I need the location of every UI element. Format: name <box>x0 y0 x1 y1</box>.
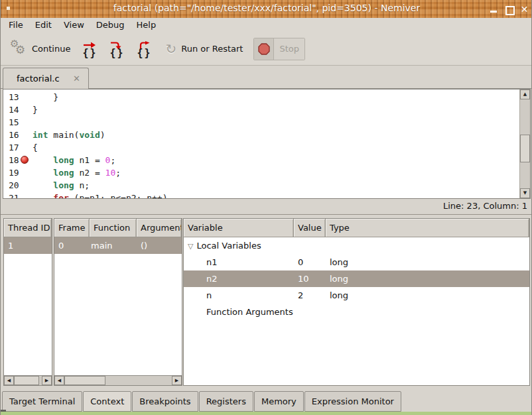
variable-row-local-variables[interactable]: ▽Local Variables <box>184 237 529 254</box>
variables-panel: Variable Value Type ▽Local Variablesn10l… <box>183 218 530 386</box>
threads-hscrollbar[interactable]: ◀ ▶ <box>4 375 52 385</box>
tab-expression-monitor[interactable]: Expression Monitor <box>304 391 401 412</box>
scroll-left-button[interactable]: ◀ <box>54 376 64 385</box>
window-title: factorial (path="/home/tester/xxx/factor… <box>1 3 532 13</box>
line-number[interactable]: 18 <box>3 154 17 166</box>
breakpoint-gutter[interactable] <box>17 154 33 166</box>
menu-bar: FileEditViewDebugHelp <box>1 18 531 32</box>
scroll-right-button[interactable]: ▶ <box>172 376 182 385</box>
tab-registers[interactable]: Registers <box>199 391 253 412</box>
variable-row-n[interactable]: n2long <box>184 287 529 304</box>
variable-row-function-arguments[interactable]: Function Arguments <box>184 304 529 320</box>
variable-header-variable[interactable]: Variable <box>184 219 294 237</box>
document-tabbar: factorial.c ✕ <box>1 66 531 89</box>
line-number[interactable]: 14 <box>3 103 17 116</box>
frame-header-arguments[interactable]: Arguments <box>137 219 182 237</box>
restart-icon: ↻ <box>165 42 176 56</box>
menu-view[interactable]: View <box>58 18 90 32</box>
menu-debug[interactable]: Debug <box>90 18 131 32</box>
hscroll-thumb[interactable] <box>64 376 105 385</box>
code-line-16: 16int main(void) <box>3 129 519 141</box>
breakpoint-gutter[interactable] <box>17 91 33 103</box>
threads-header[interactable]: Thread ID <box>4 219 52 237</box>
breakpoint-gutter[interactable] <box>17 141 33 154</box>
close-button[interactable]: ✕ <box>520 5 529 14</box>
thread-row[interactable]: 1 <box>4 237 52 254</box>
frames-panel: Frame Function Arguments 0 main () ◀ ▶ <box>54 218 182 386</box>
step-out-button[interactable]: {} <box>136 40 152 58</box>
code-editor[interactable]: 13 }14}1516int main(void)17{18 long n1 =… <box>3 89 531 199</box>
run-label: Run or Restart <box>181 44 243 54</box>
scroll-down-button[interactable]: ▼ <box>520 188 530 198</box>
code-line-14: 14} <box>3 103 519 116</box>
nemiver-window: factorial (path="/home/tester/xxx/factor… <box>0 0 532 415</box>
maximize-button[interactable] <box>505 5 513 14</box>
code-line-19: 19 long n2 = 10; <box>3 166 519 179</box>
vscroll-thumb[interactable] <box>520 135 530 162</box>
frames-hscrollbar[interactable]: ◀ ▶ <box>54 375 182 385</box>
variable-header-value[interactable]: Value <box>294 219 326 237</box>
stop-icon <box>258 43 270 55</box>
line-number[interactable]: 13 <box>3 91 17 103</box>
frame-row[interactable]: 0 main () <box>54 237 182 254</box>
code-line-15: 15 <box>3 116 519 129</box>
line-number[interactable]: 15 <box>3 116 17 129</box>
breakpoint-gutter[interactable] <box>17 179 33 192</box>
breakpoint-gutter[interactable] <box>17 166 33 179</box>
window-bottom-edge <box>1 412 532 415</box>
variable-header-type[interactable]: Type <box>326 219 529 237</box>
frames-list[interactable]: 0 main () <box>54 237 182 375</box>
tab-close-icon[interactable]: ✕ <box>73 74 80 84</box>
tab-context[interactable]: Context <box>83 391 131 412</box>
frame-header-frame[interactable]: Frame <box>54 219 90 237</box>
stop-label: Stop <box>274 38 304 60</box>
variable-row-n1[interactable]: n10long <box>184 254 529 270</box>
stop-button[interactable]: Stop <box>253 38 305 60</box>
code-line-20: 20 long n; <box>3 179 519 192</box>
line-number[interactable]: 21 <box>3 192 17 198</box>
bottom-tabbar: Target TerminalContextBreakpointsRegiste… <box>1 390 531 412</box>
status-bar: Line: 23, Column: 1 <box>1 199 531 215</box>
code-line-18: 18 long n1 = 0; <box>3 154 519 166</box>
line-column-indicator: Line: 23, Column: 1 <box>443 201 527 211</box>
frame-header-function[interactable]: Function <box>90 219 137 237</box>
menu-file[interactable]: File <box>3 18 29 32</box>
step-over-button[interactable]: {} <box>82 40 98 58</box>
breakpoint-gutter[interactable] <box>17 129 33 141</box>
menu-edit[interactable]: Edit <box>29 18 58 32</box>
line-number[interactable]: 20 <box>3 179 17 192</box>
tab-target-terminal[interactable]: Target Terminal <box>2 391 82 412</box>
line-number[interactable]: 16 <box>3 129 17 141</box>
hscroll-thumb[interactable] <box>14 376 39 385</box>
continue-label: Continue <box>32 44 70 54</box>
scroll-right-button[interactable]: ▶ <box>42 376 52 385</box>
variables-list[interactable]: ▽Local Variablesn10longn210longn2longFun… <box>184 237 529 385</box>
breakpoint-marker[interactable] <box>21 156 29 164</box>
step-into-button[interactable]: {} <box>109 40 125 58</box>
threads-list[interactable]: 1 <box>4 237 52 375</box>
continue-button[interactable]: ⚙⚙ Continue <box>10 40 70 58</box>
breakpoint-gutter[interactable] <box>17 103 33 116</box>
breakpoint-gutter[interactable] <box>17 192 33 198</box>
expander-icon[interactable]: ▽ <box>188 242 193 251</box>
gears-icon: ⚙⚙ <box>10 40 27 58</box>
tab-factorial-c[interactable]: factorial.c ✕ <box>3 68 89 89</box>
context-panes: Thread ID 1 ◀ ▶ Frame Function Arguments <box>1 215 531 390</box>
scroll-up-button[interactable]: ▲ <box>520 89 530 99</box>
source-view[interactable]: 13 }14}1516int main(void)17{18 long n1 =… <box>3 89 519 198</box>
title-bar[interactable]: factorial (path="/home/tester/xxx/factor… <box>1 0 532 18</box>
variable-row-n2[interactable]: n210long <box>184 270 529 287</box>
tab-memory[interactable]: Memory <box>254 391 304 412</box>
line-number[interactable]: 17 <box>3 141 17 154</box>
minimize-button[interactable] <box>490 5 498 14</box>
scroll-left-button[interactable]: ◀ <box>4 376 14 385</box>
run-or-restart-button[interactable]: ↻ Run or Restart <box>165 42 243 56</box>
editor-vscrollbar[interactable]: ▲ ▼ <box>519 89 530 198</box>
toolbar: ⚙⚙ Continue {} {} {} ↻ <box>1 32 531 66</box>
breakpoint-gutter[interactable] <box>17 116 33 129</box>
code-line-17: 17{ <box>3 141 519 154</box>
menu-help[interactable]: Help <box>131 18 163 32</box>
tab-breakpoints[interactable]: Breakpoints <box>132 391 198 412</box>
tab-label: factorial.c <box>17 74 60 84</box>
line-number[interactable]: 19 <box>3 166 17 179</box>
